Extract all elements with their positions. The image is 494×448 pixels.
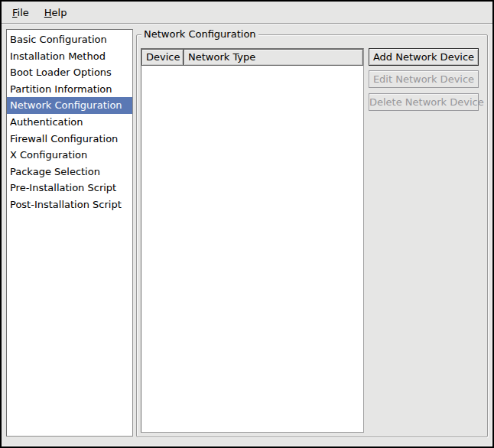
sidebar-item-basic-configuration[interactable]: Basic Configuration — [7, 31, 132, 48]
add-network-device-button[interactable]: Add Network Device — [369, 48, 479, 66]
edit-network-device-button: Edit Network Device — [369, 70, 479, 88]
table-header-row: Device Network Type — [141, 49, 363, 66]
sidebar-item-pre-installation-script[interactable]: Pre-Installation Script — [7, 180, 132, 196]
sidebar-item-x-configuration[interactable]: X Configuration — [7, 147, 132, 164]
delete-network-device-button: Delete Network Device — [369, 93, 479, 111]
network-configuration-frame: Network Configuration Device Network Typ… — [136, 34, 488, 437]
sidebar-item-authentication[interactable]: Authentication — [7, 114, 132, 131]
sidebar-item-partition-information[interactable]: Partition Information — [7, 81, 132, 98]
section-list: Basic Configuration Installation Method … — [6, 29, 133, 437]
column-header-device[interactable]: Device — [141, 49, 184, 66]
sidebar-item-boot-loader-options[interactable]: Boot Loader Options — [7, 64, 132, 81]
sidebar-item-package-selection[interactable]: Package Selection — [7, 164, 132, 180]
table-body-empty[interactable] — [141, 66, 363, 432]
kickstart-configurator-window: File Help Basic Configuration Installati… — [0, 0, 494, 448]
sidebar-item-installation-method[interactable]: Installation Method — [7, 48, 132, 65]
sidebar-item-firewall-configuration[interactable]: Firewall Configuration — [7, 131, 132, 148]
frame-title: Network Configuration — [141, 28, 258, 41]
column-header-network-type[interactable]: Network Type — [184, 49, 363, 66]
menubar: File Help — [2, 2, 492, 24]
sidebar-item-post-installation-script[interactable]: Post-Installation Script — [7, 196, 132, 213]
menu-file[interactable]: File — [5, 3, 37, 22]
sidebar-item-network-configuration[interactable]: Network Configuration — [7, 97, 132, 114]
menu-help[interactable]: Help — [37, 3, 75, 22]
network-device-table[interactable]: Device Network Type — [141, 48, 364, 433]
